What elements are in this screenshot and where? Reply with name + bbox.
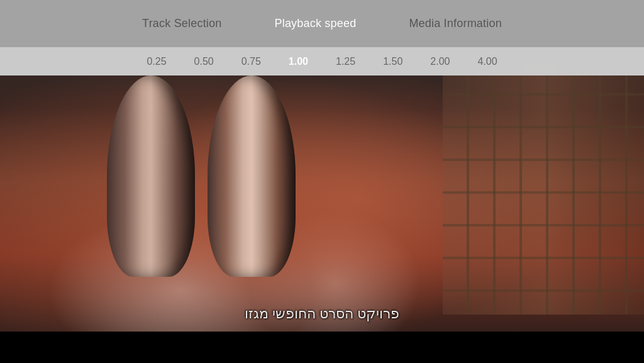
speed-bar: 0.25 0.50 0.75 1.00 1.25 1.50 2.00 4.00: [0, 47, 644, 75]
bottom-bar: [0, 332, 644, 363]
tab-bar: Track Selection Playback speed Media Inf…: [0, 0, 644, 47]
subtitle-container: פרויקט הסרט החופשי מגזו: [0, 306, 644, 322]
subtitle-text: פרויקט הסרט החופשי מגזו: [245, 306, 399, 322]
tab-playback-speed[interactable]: Playback speed: [267, 12, 364, 35]
scaffold-structure: [443, 63, 644, 315]
tab-media-information[interactable]: Media Information: [401, 12, 509, 35]
speed-4-00[interactable]: 4.00: [472, 53, 502, 70]
speed-0-25[interactable]: 0.25: [142, 53, 171, 70]
tab-track-selection[interactable]: Track Selection: [135, 12, 229, 35]
speed-1-25[interactable]: 1.25: [331, 53, 360, 70]
speed-0-75[interactable]: 0.75: [236, 53, 266, 70]
pipe-left: [107, 75, 195, 277]
speed-0-50[interactable]: 0.50: [189, 53, 219, 70]
top-bar: Track Selection Playback speed Media Inf…: [0, 0, 644, 75]
speed-1-50[interactable]: 1.50: [378, 53, 408, 70]
speed-1-00[interactable]: 1.00: [284, 53, 313, 70]
speed-2-00[interactable]: 2.00: [425, 53, 455, 70]
pipe-right: [208, 75, 296, 277]
